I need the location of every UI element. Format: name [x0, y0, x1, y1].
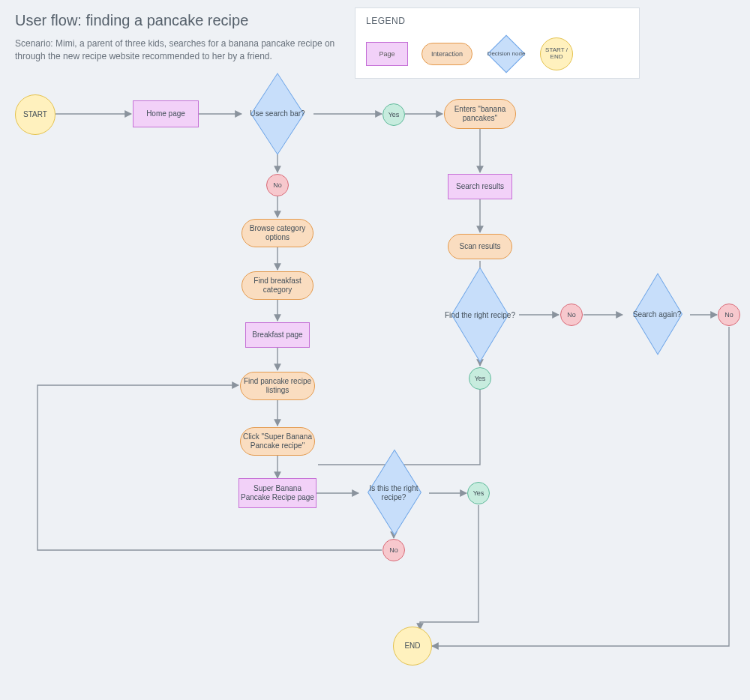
- legend-interaction: Interaction: [422, 43, 472, 65]
- node-scan-results: Scan results: [448, 234, 512, 259]
- node-search-results: Search results: [448, 174, 512, 199]
- node-no-recipe: No: [560, 304, 583, 326]
- node-yes-search: Yes: [382, 103, 405, 126]
- node-yes-recipe: Yes: [469, 367, 491, 390]
- node-is-right-recipe: Is this the right recipe?: [358, 471, 429, 516]
- legend-decision: Decision node: [486, 34, 526, 74]
- node-home-page: Home page: [133, 100, 199, 127]
- legend-panel: LEGEND Page Interaction Decision node ST…: [355, 7, 640, 79]
- node-find-breakfast: Find breakfast category: [242, 271, 314, 300]
- node-find-right-recipe: Find the right recipe?: [438, 292, 522, 339]
- legend-heading: LEGEND: [366, 16, 628, 26]
- node-click-super: Click "Super Banana Pancake recipe": [240, 427, 315, 456]
- node-no-search: No: [266, 174, 289, 196]
- scenario-text: Scenario: Mimi, a parent of three kids, …: [15, 37, 338, 63]
- node-start: START: [15, 94, 56, 135]
- node-breakfast-page: Breakfast page: [245, 322, 310, 348]
- title: User flow: finding a pancake recipe: [15, 12, 248, 29]
- legend-startend: START / END: [540, 37, 573, 70]
- legend-page: Page: [366, 42, 408, 66]
- node-no-search-again: No: [718, 304, 740, 326]
- arrows: [0, 0, 750, 700]
- node-enters-banana: Enters "banana pancakes": [444, 99, 516, 129]
- node-no-final: No: [382, 539, 405, 561]
- node-find-pancake: Find pancake recipe listings: [240, 372, 315, 400]
- node-end: END: [393, 627, 432, 666]
- node-use-search-bar: Use search bar?: [242, 91, 313, 136]
- node-browse-category: Browse category options: [242, 219, 314, 247]
- node-search-again: Search again?: [622, 294, 692, 336]
- node-yes-final: Yes: [467, 482, 490, 504]
- node-super-page: Super Banana Pancake Recipe page: [238, 478, 316, 508]
- flow-canvas: User flow: finding a pancake recipe Scen…: [0, 0, 750, 700]
